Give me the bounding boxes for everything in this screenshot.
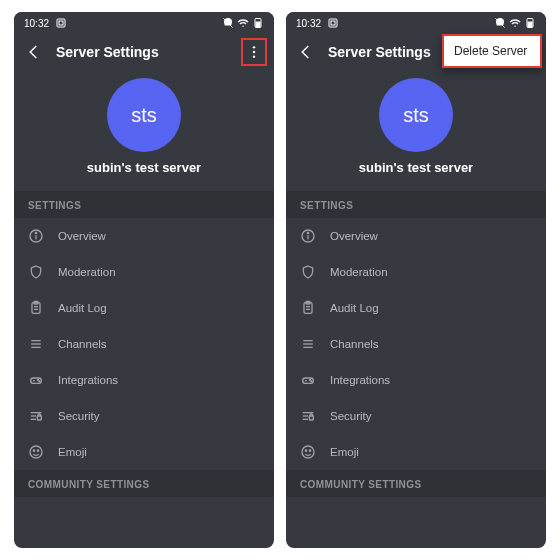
- settings-item-label: Security: [58, 410, 100, 422]
- svg-point-51: [310, 380, 311, 381]
- settings-list: Overview Moderation Audit Log Channels I…: [14, 218, 274, 470]
- svg-rect-0: [57, 19, 65, 27]
- info-icon: [28, 228, 44, 244]
- settings-item-label: Overview: [58, 230, 106, 242]
- section-header-settings: SETTINGS: [286, 191, 546, 218]
- dnd-icon: [494, 17, 506, 29]
- info-icon: [300, 228, 316, 244]
- settings-item-label: Integrations: [330, 374, 390, 386]
- section-header-community: COMMUNITY SETTINGS: [14, 470, 274, 497]
- overflow-menu: Delete Server: [442, 34, 542, 68]
- page-title: Server Settings: [328, 44, 431, 60]
- settings-item-label: Overview: [330, 230, 378, 242]
- settings-item-label: Security: [330, 410, 372, 422]
- svg-rect-30: [329, 19, 337, 27]
- svg-rect-4: [256, 22, 260, 27]
- server-identity: sts subin's test server: [14, 70, 274, 191]
- app-header: Server Settings: [14, 34, 274, 70]
- svg-rect-34: [528, 22, 532, 27]
- server-name: subin's test server: [87, 160, 201, 175]
- status-icons: [494, 17, 536, 29]
- settings-item-overview[interactable]: Overview: [14, 218, 274, 254]
- back-button[interactable]: [22, 40, 46, 64]
- lock-lines-icon: [300, 408, 316, 424]
- controller-icon: [28, 372, 44, 388]
- server-avatar[interactable]: sts: [107, 78, 181, 152]
- lines-icon: [28, 336, 44, 352]
- screenshot-icon: [327, 17, 339, 29]
- settings-item-security[interactable]: Security: [286, 398, 546, 434]
- clipboard-icon: [300, 300, 316, 316]
- settings-item-label: Channels: [330, 338, 379, 350]
- status-icons: [222, 17, 264, 29]
- settings-item-label: Integrations: [58, 374, 118, 386]
- svg-point-7: [253, 55, 255, 57]
- svg-point-22: [39, 381, 40, 382]
- arrow-left-icon: [297, 43, 315, 61]
- settings-item-channels[interactable]: Channels: [14, 326, 274, 362]
- back-button[interactable]: [294, 40, 318, 64]
- settings-item-label: Channels: [58, 338, 107, 350]
- svg-point-28: [33, 450, 34, 451]
- emoji-icon: [300, 444, 316, 460]
- server-avatar[interactable]: sts: [379, 78, 453, 152]
- settings-item-audit-log[interactable]: Audit Log: [14, 290, 274, 326]
- more-button[interactable]: [242, 40, 266, 64]
- settings-item-label: Emoji: [58, 446, 87, 458]
- more-vertical-icon: [246, 44, 262, 60]
- screenshot-icon: [55, 17, 67, 29]
- svg-point-29: [37, 450, 38, 451]
- settings-item-integrations[interactable]: Integrations: [286, 362, 546, 398]
- emoji-icon: [28, 444, 44, 460]
- server-identity: sts subin's test server: [286, 70, 546, 191]
- lines-icon: [300, 336, 316, 352]
- svg-rect-26: [37, 416, 41, 420]
- settings-item-integrations[interactable]: Integrations: [14, 362, 274, 398]
- lock-lines-icon: [28, 408, 44, 424]
- svg-point-21: [38, 380, 39, 381]
- battery-icon: [524, 17, 536, 29]
- settings-item-label: Moderation: [58, 266, 116, 278]
- settings-item-overview[interactable]: Overview: [286, 218, 546, 254]
- settings-item-channels[interactable]: Channels: [286, 326, 546, 362]
- section-header-settings: SETTINGS: [14, 191, 274, 218]
- delete-server-menu-item[interactable]: Delete Server: [442, 36, 542, 66]
- controller-icon: [300, 372, 316, 388]
- status-time: 10:32: [296, 18, 321, 29]
- settings-list: Overview Moderation Audit Log Channels I…: [286, 218, 546, 470]
- settings-item-moderation[interactable]: Moderation: [14, 254, 274, 290]
- svg-rect-31: [331, 21, 335, 25]
- phone-left: 10:32 Server Settings sts subin's test s…: [14, 12, 274, 548]
- arrow-left-icon: [25, 43, 43, 61]
- page-title: Server Settings: [56, 44, 159, 60]
- settings-item-audit-log[interactable]: Audit Log: [286, 290, 546, 326]
- settings-item-label: Moderation: [330, 266, 388, 278]
- settings-item-label: Emoji: [330, 446, 359, 458]
- settings-item-moderation[interactable]: Moderation: [286, 254, 546, 290]
- settings-item-emoji[interactable]: Emoji: [286, 434, 546, 470]
- settings-item-security[interactable]: Security: [14, 398, 274, 434]
- status-bar: 10:32: [286, 12, 546, 34]
- settings-item-emoji[interactable]: Emoji: [14, 434, 274, 470]
- dnd-icon: [222, 17, 234, 29]
- settings-item-label: Audit Log: [58, 302, 107, 314]
- section-header-community: COMMUNITY SETTINGS: [286, 470, 546, 497]
- server-name: subin's test server: [359, 160, 473, 175]
- svg-rect-56: [309, 416, 313, 420]
- wifi-icon: [237, 17, 249, 29]
- shield-icon: [300, 264, 316, 280]
- svg-point-58: [305, 450, 306, 451]
- status-time: 10:32: [24, 18, 49, 29]
- svg-point-6: [253, 51, 255, 53]
- svg-rect-1: [59, 21, 63, 25]
- clipboard-icon: [28, 300, 44, 316]
- svg-point-27: [30, 446, 42, 458]
- svg-point-5: [253, 46, 255, 48]
- battery-icon: [252, 17, 264, 29]
- svg-point-40: [307, 232, 308, 233]
- status-bar: 10:32: [14, 12, 274, 34]
- svg-point-10: [35, 232, 36, 233]
- shield-icon: [28, 264, 44, 280]
- wifi-icon: [509, 17, 521, 29]
- svg-point-59: [309, 450, 310, 451]
